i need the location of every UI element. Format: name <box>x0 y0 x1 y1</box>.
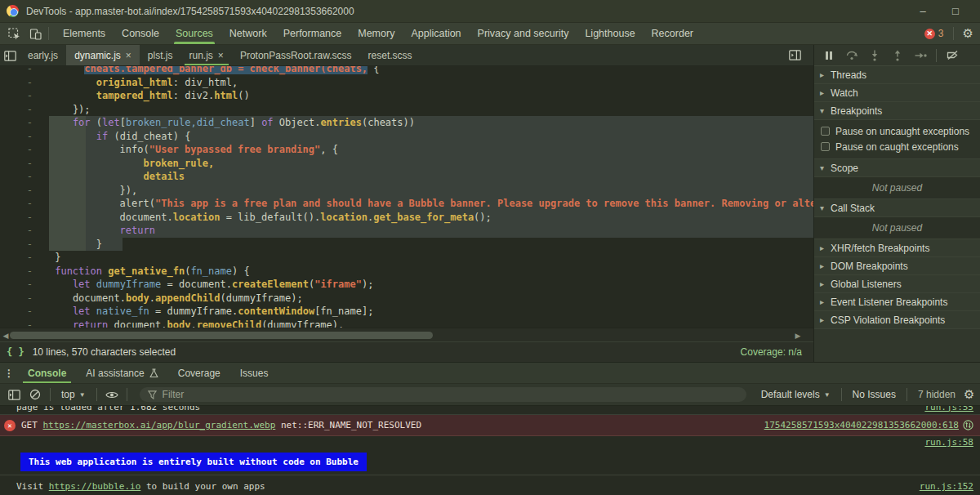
gutter-marker[interactable]: - <box>0 170 49 184</box>
checkbox-pause-on-uncaught-exceptions[interactable]: Pause on uncaught exceptions <box>814 123 980 139</box>
error-url-link[interactable]: https://masterbox.ai/app/blur_gradient.w… <box>43 420 276 430</box>
tab-application[interactable]: Application <box>403 23 469 44</box>
tab-lighthouse[interactable]: Lighthouse <box>577 23 643 44</box>
maximize-button[interactable]: □ <box>939 0 972 23</box>
live-expression-eye-icon[interactable] <box>103 386 121 404</box>
gutter-marker[interactable]: - <box>0 66 49 76</box>
tab-privacy-and-security[interactable]: Privacy and security <box>470 23 577 44</box>
gutter-marker[interactable]: - <box>0 211 49 225</box>
file-tab-reset-scss[interactable]: reset.scss <box>360 45 421 65</box>
sidebar-section-scope[interactable]: ▾Scope <box>814 159 980 177</box>
drawer-menu-icon[interactable]: ⋮ <box>0 363 18 383</box>
gutter-marker[interactable]: - <box>0 265 49 279</box>
bubble-link[interactable]: https://bubble.io <box>49 481 141 492</box>
tab-elements[interactable]: Elements <box>55 23 114 44</box>
step-out-icon[interactable] <box>888 47 907 65</box>
context-selector[interactable]: top▼ <box>56 389 91 400</box>
sources-editor: early.jsdynamic.js×plst.jsrun.js×ProtonP… <box>0 45 813 362</box>
gutter-marker[interactable]: - <box>0 103 49 117</box>
console-toolbar: top▼ Filter Default levels▼ No Issues 7 … <box>0 384 980 406</box>
file-tab-early-js[interactable]: early.js <box>20 45 66 65</box>
checkbox-icon[interactable] <box>821 127 830 136</box>
console-sidebar-toggle-icon[interactable] <box>5 386 23 404</box>
tab-performance[interactable]: Performance <box>275 23 350 44</box>
pause-script-icon[interactable] <box>819 47 839 65</box>
step-into-icon[interactable] <box>865 47 884 65</box>
sidebar-section-threads[interactable]: ▸Threads <box>814 66 980 84</box>
gutter-marker[interactable]: - <box>0 89 49 103</box>
horizontal-scrollbar[interactable]: ◀ ▶ <box>0 328 813 341</box>
hidden-messages-count[interactable]: 7 hidden <box>913 389 960 400</box>
gutter-marker[interactable]: - <box>0 157 49 171</box>
drawer-tab-coverage[interactable]: Coverage <box>168 363 230 383</box>
inspect-element-icon[interactable] <box>3 23 24 45</box>
file-tab-dynamic-js[interactable]: dynamic.js× <box>66 45 140 65</box>
checkbox-pause-on-caught-exceptions[interactable]: Pause on caught exceptions <box>814 139 980 154</box>
gutter-marker[interactable]: - <box>0 292 49 305</box>
console-filter-input[interactable]: Filter <box>140 387 746 402</box>
step-icon[interactable] <box>911 47 930 65</box>
request-source-link[interactable]: 1754258571593x404022981353662000:618 <box>764 420 959 430</box>
tab-console[interactable]: Console <box>114 23 167 44</box>
gutter-marker[interactable]: - <box>0 116 49 130</box>
log-levels-dropdown[interactable]: Default levels▼ <box>756 389 835 400</box>
close-tab-icon[interactable]: × <box>218 50 224 61</box>
sidebar-section-call-stack[interactable]: ▾Call Stack <box>814 199 980 217</box>
gutter-marker[interactable]: - <box>0 238 49 252</box>
scrollbar-thumb[interactable] <box>10 332 433 339</box>
minimize-button[interactable]: – <box>906 0 939 23</box>
clear-console-icon[interactable] <box>26 386 44 404</box>
gutter-marker[interactable]: - <box>0 224 49 238</box>
settings-gear-icon[interactable]: ⚙ <box>963 26 973 41</box>
chevron-right-icon: ▸ <box>820 70 831 79</box>
sidebar-section-global-listeners[interactable]: ▸Global Listeners <box>814 275 980 293</box>
network-throttle-icon[interactable] <box>963 420 973 430</box>
drawer-tab-ai-assistance[interactable]: AI assistance <box>76 363 167 383</box>
error-badge[interactable]: ✕ 3 <box>924 28 944 39</box>
device-toolbar-icon[interactable] <box>24 23 46 45</box>
code-lines: -cheats.tampered_banner_db = check_banne… <box>0 66 813 328</box>
gutter-marker[interactable]: - <box>0 130 49 144</box>
tab-recorder[interactable]: Recorder <box>644 23 702 44</box>
flask-icon <box>149 368 158 378</box>
gutter-marker[interactable]: - <box>0 76 49 90</box>
tab-sources[interactable]: Sources <box>167 23 221 44</box>
window-titlebar: DevTools - app.master-bot.ai/index/17542… <box>0 0 980 23</box>
banner-source-link[interactable]: run.js:58 <box>924 437 973 448</box>
gutter-marker[interactable]: - <box>0 143 49 157</box>
step-over-icon[interactable] <box>842 47 862 65</box>
source-link[interactable]: run.js:55 <box>924 406 973 415</box>
drawer-tab-bar: ⋮ ConsoleAI assistanceCoverageIssues <box>0 363 980 384</box>
drawer-tabs: ConsoleAI assistanceCoverageIssues <box>18 363 278 383</box>
drawer-tab-issues[interactable]: Issues <box>230 363 278 383</box>
sidebar-section-xhr-fetch-breakpoints[interactable]: ▸XHR/fetch Breakpoints <box>814 239 980 257</box>
code-editor[interactable]: -cheats.tampered_banner_db = check_banne… <box>0 66 813 328</box>
gutter-marker[interactable]: - <box>0 251 49 265</box>
visit-source-link[interactable]: run.js:152 <box>920 481 973 492</box>
console-settings-gear-icon[interactable]: ⚙ <box>964 387 974 401</box>
sidebar-section-breakpoints[interactable]: ▾Breakpoints <box>814 102 980 120</box>
gutter-marker[interactable]: - <box>0 197 49 211</box>
gutter-marker[interactable]: - <box>0 319 49 328</box>
hide-debugger-sidebar-icon[interactable] <box>784 44 805 66</box>
checkbox-icon[interactable] <box>821 142 830 151</box>
sidebar-section-csp-violation-breakpoints[interactable]: ▸CSP Violation Breakpoints <box>814 311 980 329</box>
file-tab-protonpassroot-raw-scss[interactable]: ProtonPassRoot.raw.scss <box>232 45 360 65</box>
file-tab-run-js[interactable]: run.js× <box>181 45 232 65</box>
file-tab-plst-js[interactable]: plst.js <box>140 45 181 65</box>
scroll-right-arrow[interactable]: ▶ <box>792 328 804 342</box>
sidebar-section-dom-breakpoints[interactable]: ▸DOM Breakpoints <box>814 257 980 275</box>
sidebar-section-watch[interactable]: ▸Watch <box>814 84 980 102</box>
drawer-tab-console[interactable]: Console <box>18 363 76 383</box>
close-tab-icon[interactable]: × <box>126 50 131 61</box>
gutter-marker[interactable]: - <box>0 305 49 319</box>
close-button[interactable]: × <box>972 0 980 23</box>
gutter-marker[interactable]: - <box>0 184 49 198</box>
toggle-navigator-icon[interactable] <box>0 45 20 67</box>
deactivate-breakpoints-icon[interactable] <box>942 47 962 65</box>
tab-memory[interactable]: Memory <box>350 23 403 44</box>
tab-network[interactable]: Network <box>221 23 275 44</box>
sidebar-section-event-listener-breakpoints[interactable]: ▸Event Listener Breakpoints <box>814 293 980 311</box>
gutter-marker[interactable]: - <box>0 278 49 292</box>
issues-counter[interactable]: No Issues <box>848 389 901 400</box>
